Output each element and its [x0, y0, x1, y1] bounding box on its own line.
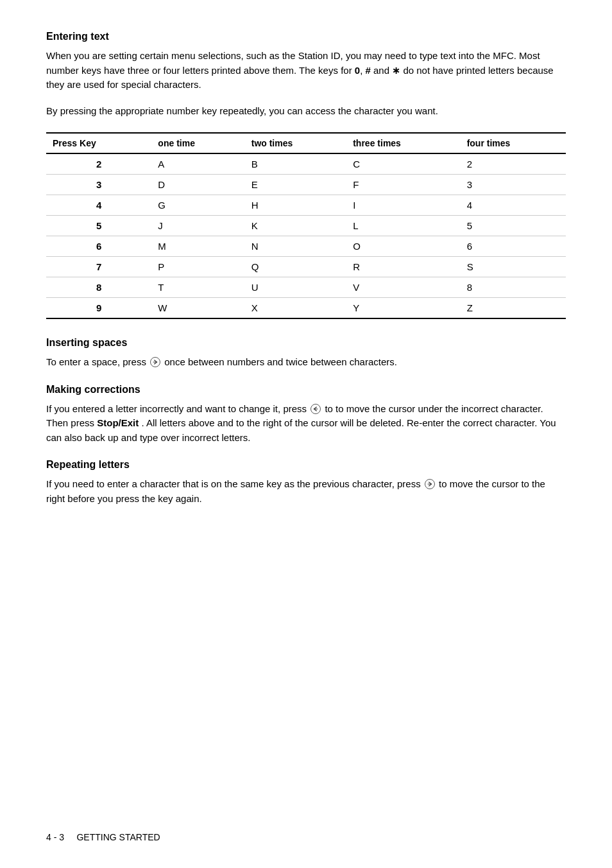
entering-text-section: Entering text When you are setting certa… — [46, 31, 566, 118]
making-corrections-heading: Making corrections — [46, 384, 566, 395]
table-cell-char: O — [346, 236, 460, 257]
table-row: 8TUV8 — [46, 277, 566, 298]
inserting-spaces-text: To enter a space, press once between num… — [46, 355, 566, 370]
repeating-letters-text-before: If you need to enter a character that is… — [46, 478, 421, 489]
table-cell-char: Q — [245, 257, 346, 277]
table-cell-char: T — [151, 277, 244, 298]
making-corrections-text: If you entered a letter incorrectly and … — [46, 402, 566, 446]
repeating-letters-section: Repeating letters If you need to enter a… — [46, 459, 566, 506]
repeating-letters-heading: Repeating letters — [46, 459, 566, 471]
stop-exit-label: Stop/Exit — [97, 417, 139, 428]
table-cell-char: I — [346, 195, 460, 216]
table-cell-key: 6 — [46, 236, 151, 257]
table-cell-char: U — [245, 277, 346, 298]
inserting-spaces-text-before: To enter a space, press — [46, 356, 146, 367]
key-0: 0 — [355, 65, 360, 76]
col-header-four-times: four times — [461, 133, 566, 153]
table-header-row: Press Key one time two times three times… — [46, 133, 566, 153]
table-cell-char: Z — [461, 298, 566, 319]
col-header-one-time: one time — [151, 133, 244, 153]
making-corrections-section: Making corrections If you entered a lett… — [46, 384, 566, 446]
table-cell-char: Y — [346, 298, 460, 319]
table-cell-key: 2 — [46, 153, 151, 175]
table-cell-char: N — [245, 236, 346, 257]
inserting-spaces-text-after: once between numbers and twice between c… — [164, 356, 397, 367]
key-hash: # — [366, 65, 371, 76]
inserting-spaces-heading: Inserting spaces — [46, 337, 566, 349]
right-arrow-icon-2 — [423, 478, 436, 490]
key-star: ∗ — [392, 65, 400, 76]
table-row: 7PQRS — [46, 257, 566, 277]
table-cell-key: 9 — [46, 298, 151, 319]
table-cell-key: 3 — [46, 175, 151, 195]
table-row: 4GHI4 — [46, 195, 566, 216]
table-cell-key: 8 — [46, 277, 151, 298]
footer: 4 - 3 GETTING STARTED — [46, 832, 160, 842]
table-cell-char: 6 — [461, 236, 566, 257]
table-cell-char: 4 — [461, 195, 566, 216]
table-cell-char: S — [461, 257, 566, 277]
entering-text-para1: When you are setting certain menu select… — [46, 49, 566, 92]
table-cell-char: 3 — [461, 175, 566, 195]
table-cell-char: E — [245, 175, 346, 195]
table-cell-char: L — [346, 216, 460, 236]
table-cell-char: J — [151, 216, 244, 236]
table-row: 9WXYZ — [46, 298, 566, 319]
making-corrections-to: to — [325, 403, 336, 414]
table-cell-char: 8 — [461, 277, 566, 298]
entering-text-heading: Entering text — [46, 31, 566, 42]
footer-section: GETTING STARTED — [76, 832, 160, 842]
table-cell-char: B — [245, 153, 346, 175]
table-cell-char: D — [151, 175, 244, 195]
col-header-three-times: three times — [346, 133, 460, 153]
table-cell-key: 4 — [46, 195, 151, 216]
inserting-spaces-section: Inserting spaces To enter a space, press… — [46, 337, 566, 370]
table-cell-char: H — [245, 195, 346, 216]
making-corrections-text-before: If you entered a letter incorrectly and … — [46, 403, 307, 414]
table-cell-char: P — [151, 257, 244, 277]
repeating-letters-text: If you need to enter a character that is… — [46, 477, 566, 506]
table-cell-char: K — [245, 216, 346, 236]
key-character-table: Press Key one time two times three times… — [46, 132, 566, 319]
table-cell-key: 5 — [46, 216, 151, 236]
col-header-two-times: two times — [245, 133, 346, 153]
left-arrow-icon — [309, 403, 322, 415]
table-row: 3DEF3 — [46, 175, 566, 195]
table-cell-char: R — [346, 257, 460, 277]
table-cell-char: W — [151, 298, 244, 319]
table-row: 5JKL5 — [46, 216, 566, 236]
table-cell-char: 5 — [461, 216, 566, 236]
table-cell-char: V — [346, 277, 460, 298]
table-row: 2ABC2 — [46, 153, 566, 175]
table-cell-char: G — [151, 195, 244, 216]
entering-text-para2: By pressing the appropriate number key r… — [46, 104, 566, 119]
table-cell-key: 7 — [46, 257, 151, 277]
table-cell-char: 2 — [461, 153, 566, 175]
table-cell-char: M — [151, 236, 244, 257]
table-cell-char: F — [346, 175, 460, 195]
table-cell-char: C — [346, 153, 460, 175]
footer-page-number: 4 - 3 — [46, 832, 64, 842]
table-cell-char: X — [245, 298, 346, 319]
table-cell-char: A — [151, 153, 244, 175]
right-arrow-icon — [149, 356, 162, 369]
table-row: 6MNO6 — [46, 236, 566, 257]
col-header-press-key: Press Key — [46, 133, 151, 153]
